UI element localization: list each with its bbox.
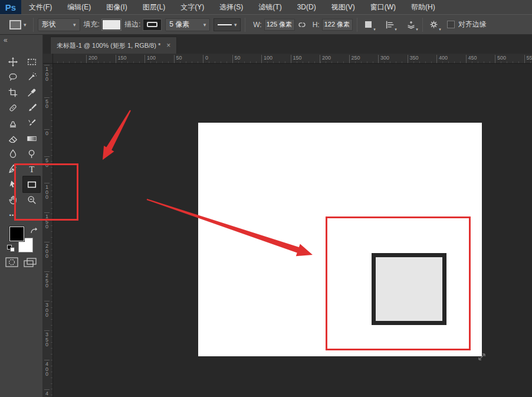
chevron-down-icon: ▾ — [395, 27, 397, 32]
blur-drop-icon — [8, 149, 18, 159]
eyedropper-icon — [27, 87, 37, 98]
swap-colors-icon[interactable] — [29, 226, 39, 238]
path-operations-icon[interactable]: ▾ — [362, 18, 376, 32]
ruler-tick-label: 500 — [495, 55, 506, 64]
toolbar-highlight-box — [14, 163, 78, 221]
ruler-origin-corner[interactable] — [43, 54, 53, 64]
document-tab[interactable]: 未标题-1 @ 100% (矩形 1, RGB/8) * × — [50, 37, 177, 54]
healing-bandage-icon — [8, 103, 18, 113]
path-alignment-icon[interactable]: ▾ — [383, 18, 397, 32]
solid-line-icon — [218, 24, 232, 25]
ruler-tick-label: 100 — [261, 55, 272, 64]
blur-tool[interactable] — [5, 146, 21, 162]
ruler-tick-label: 50 — [174, 55, 182, 64]
ruler-tick-label: 400 — [44, 360, 50, 377]
quick-mask-mode-button[interactable] — [5, 257, 18, 270]
lasso-icon — [8, 72, 18, 83]
menubar-item[interactable]: 文字(Y) — [173, 0, 212, 14]
menubar-item[interactable]: 滤镜(T) — [251, 0, 289, 14]
menubar-item[interactable]: 图层(L) — [135, 0, 173, 14]
ruler-tick-label: 350 — [44, 330, 50, 347]
tool-options-bar: ▾ 形状 ▾ 填充: 描边: 5 像素 ▾ ▾ W: 125 像素 H: 122… — [0, 14, 532, 35]
crop-tool[interactable] — [5, 85, 21, 100]
geometry-options-gear-icon[interactable]: ▾ — [427, 18, 441, 32]
link-width-height-icon[interactable] — [295, 18, 309, 32]
menubar-item[interactable]: 窗口(W) — [363, 0, 403, 14]
ruler-tick-label: 450 — [44, 389, 50, 397]
ruler-tick-label: 100 — [44, 65, 50, 82]
gradient-icon — [27, 133, 37, 144]
eraser-icon — [8, 133, 18, 144]
document-tab-bar: 未标题-1 @ 100% (矩形 1, RGB/8) * × — [43, 35, 532, 54]
eyedropper-tool[interactable] — [24, 85, 40, 100]
stroke-width-select[interactable]: 5 像素 ▾ — [165, 18, 210, 31]
menubar-item[interactable]: 视图(V) — [324, 0, 363, 14]
brush-tool[interactable] — [24, 100, 40, 116]
stroke-width-value: 5 像素 — [169, 19, 189, 29]
fill-label: 填充: — [84, 19, 100, 29]
default-colors-icon[interactable] — [7, 245, 15, 252]
shape-width-input[interactable]: 125 像素 — [264, 19, 295, 31]
horizontal-ruler[interactable]: 2001501005005010015020025030035040045050… — [53, 54, 532, 64]
menu-bar: Ps 文件(F)编辑(E)图像(I)图层(L)文字(Y)选择(S)滤镜(T)3D… — [0, 0, 532, 14]
ruler-tick-label: 350 — [408, 55, 419, 64]
rectangular-marquee-tool[interactable] — [24, 54, 40, 70]
separator — [422, 18, 423, 32]
chevron-down-icon: ▾ — [203, 22, 206, 28]
brush-icon — [27, 103, 37, 113]
quick-selection-icon — [27, 72, 37, 83]
menubar-item[interactable]: 编辑(E) — [60, 0, 98, 14]
menubar-item[interactable]: 文件(F) — [21, 0, 60, 14]
dodge-tool[interactable] — [24, 146, 40, 162]
spot-healing-brush-tool[interactable] — [5, 100, 21, 116]
shape-height-input[interactable]: 122 像素 — [322, 19, 353, 31]
stroke-color-swatch[interactable] — [143, 19, 162, 31]
quick-selection-tool[interactable] — [24, 70, 40, 85]
tool-mode-value: 形状 — [42, 19, 56, 29]
photoshop-window: Ps 文件(F)编辑(E)图像(I)图层(L)文字(Y)选择(S)滤镜(T)3D… — [0, 0, 532, 397]
photoshop-logo: Ps — [0, 0, 21, 14]
menubar-item[interactable]: 选择(S) — [212, 0, 251, 14]
ruler-tick-label: 250 — [349, 55, 360, 64]
path-arrangement-icon[interactable]: ▾ — [404, 18, 418, 32]
stroke-style-select[interactable]: ▾ — [214, 18, 241, 31]
ruler-tick-label: 200 — [320, 55, 331, 64]
fill-color-swatch[interactable] — [102, 19, 121, 30]
foreground-color-swatch[interactable] — [9, 227, 24, 241]
ruler-tick-label: 550 — [524, 55, 532, 64]
align-edges-label: 对齐边缘 — [458, 19, 487, 29]
vertical-ruler[interactable]: 10050050100150200250300350400450 — [43, 64, 53, 397]
default-background-icon — [10, 247, 15, 252]
canvas-shape-highlight-box — [326, 216, 471, 350]
ruler-tick-label: 450 — [466, 55, 477, 64]
collapse-panel-icon[interactable]: « — [4, 36, 7, 44]
ruler-tick-label: 150 — [116, 55, 127, 64]
history-brush-tool[interactable] — [24, 116, 40, 131]
screen-mode-button[interactable] — [24, 258, 37, 270]
gradient-tool[interactable] — [24, 131, 40, 146]
stroke-preview-icon — [147, 22, 157, 27]
tool-preset-picker[interactable]: ▾ — [7, 19, 29, 31]
eraser-tool[interactable] — [5, 131, 21, 146]
tab-close-icon[interactable]: × — [166, 41, 170, 50]
menubar-item[interactable]: 帮助(H) — [403, 0, 443, 14]
ruler-tick-label: 150 — [291, 55, 302, 64]
clone-stamp-tool[interactable] — [5, 116, 21, 131]
document-tab-title: 未标题-1 @ 100% (矩形 1, RGB/8) * — [57, 41, 160, 50]
menubar-item[interactable]: 图像(I) — [98, 0, 134, 14]
chevron-down-icon: ▾ — [24, 22, 27, 28]
ruler-tick-label: 100 — [145, 55, 156, 64]
move-icon — [8, 57, 18, 67]
chevron-down-icon: ▾ — [234, 22, 237, 28]
lasso-tool[interactable] — [5, 70, 21, 85]
ruler-tick-label: 250 — [44, 271, 50, 288]
tool-mode-select[interactable]: 形状 ▾ — [38, 18, 80, 31]
ruler-tick-label: 300 — [44, 301, 50, 318]
menubar-item[interactable]: 3D(D) — [290, 0, 324, 14]
document-viewport[interactable] — [53, 64, 532, 397]
ruler-tick-label: 400 — [436, 55, 448, 64]
chevron-down-icon: ▾ — [73, 22, 76, 28]
chevron-down-icon: ▾ — [416, 27, 418, 32]
align-edges-checkbox[interactable] — [447, 21, 455, 28]
move-tool[interactable] — [5, 54, 21, 70]
